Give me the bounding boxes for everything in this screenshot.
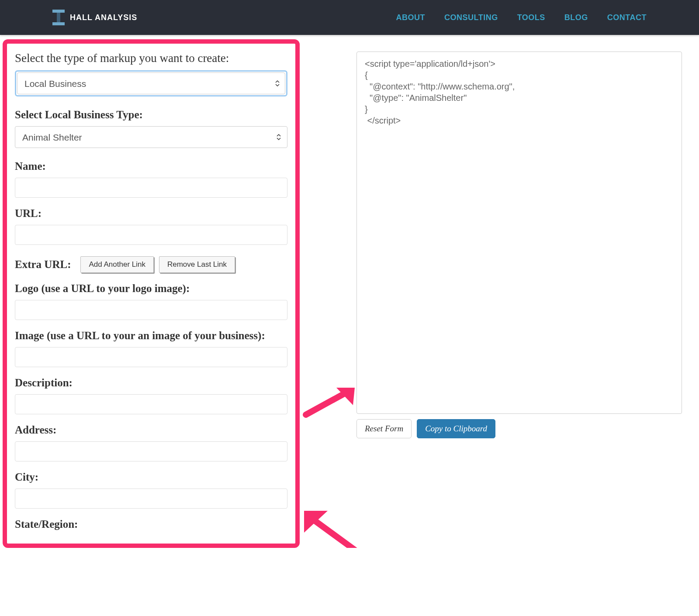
extra-url-label: Extra URL: [15,258,71,271]
nav-link-consulting[interactable]: CONSULTING [444,13,498,22]
name-input[interactable] [15,178,287,198]
nav-link-blog[interactable]: BLOG [564,13,588,22]
schema-code-output[interactable]: <script type='application/ld+json'> { "@… [356,52,682,414]
logo-input[interactable] [15,300,287,320]
nav-links: ABOUT CONSULTING TOOLS BLOG CONTACT [396,13,647,22]
markup-type-select-wrap: Local Business [15,70,287,96]
business-type-select-wrap: Animal Shelter [15,126,287,148]
brand-text: HALL ANALYSIS [70,13,137,22]
copy-clipboard-button[interactable]: Copy to Clipboard [417,419,495,438]
output-actions: Reset Form Copy to Clipboard [356,419,686,438]
image-label: Image (use a URL to your an image of you… [15,330,287,342]
remove-link-button[interactable]: Remove Last Link [159,256,235,273]
name-label: Name: [15,160,287,172]
extra-url-row: Extra URL: Add Another Link Remove Last … [15,256,287,273]
state-label: State/Region: [15,518,287,530]
svg-rect-0 [52,10,65,13]
svg-rect-2 [52,22,65,25]
url-input[interactable] [15,225,287,245]
address-label: Address: [15,424,287,436]
logo-label: Logo (use a URL to your logo image): [15,282,287,295]
nav-link-about[interactable]: ABOUT [396,13,425,22]
markup-type-label: Select the type of markup you want to cr… [15,52,287,65]
business-type-select[interactable]: Animal Shelter [15,126,287,148]
description-label: Description: [15,377,287,389]
image-input[interactable] [15,347,287,367]
svg-rect-1 [57,13,60,22]
add-link-button[interactable]: Add Another Link [80,256,153,273]
nav-link-contact[interactable]: CONTACT [607,13,647,22]
city-label: City: [15,471,287,483]
brand-icon [52,10,65,25]
reset-form-button[interactable]: Reset Form [356,419,412,438]
form-panel: Select the type of markup you want to cr… [3,39,300,548]
markup-type-select[interactable]: Local Business [17,72,285,94]
annotation-arrow-icon [301,506,371,548]
city-input[interactable] [15,489,287,509]
output-panel: <script type='application/ld+json'> { "@… [356,52,699,438]
brand[interactable]: HALL ANALYSIS [52,10,137,25]
annotation-arrow-icon [301,384,358,421]
description-input[interactable] [15,394,287,414]
nav-link-tools[interactable]: TOOLS [517,13,545,22]
business-type-label: Select Local Business Type: [15,109,287,121]
navbar: HALL ANALYSIS ABOUT CONSULTING TOOLS BLO… [0,0,699,35]
address-input[interactable] [15,441,287,461]
annotation-text: Fill in your details to get your Schema … [376,546,682,548]
url-label: URL: [15,207,287,220]
